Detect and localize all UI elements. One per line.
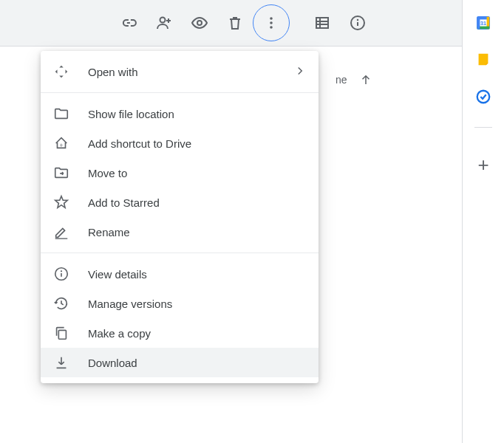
menu-view-details[interactable]: View details [41, 259, 319, 289]
partial-text: ne [336, 74, 347, 86]
menu-rename[interactable]: Rename [41, 217, 319, 247]
menu-move-to[interactable]: Move to [41, 158, 319, 188]
menu-add-shortcut[interactable]: + Add shortcut to Drive [41, 128, 319, 158]
svg-point-3 [270, 21, 273, 24]
side-panel: 31 + [462, 0, 504, 443]
copy-icon [52, 324, 70, 342]
open-with-icon [52, 63, 70, 80]
get-link-button[interactable] [111, 5, 146, 41]
menu-manage-versions[interactable]: Manage versions [41, 289, 319, 318]
history-icon [52, 295, 70, 312]
menu-open-with[interactable]: Open with [41, 57, 319, 86]
menu-add-starred[interactable]: Add to Starred [41, 188, 319, 217]
info-icon [52, 265, 70, 283]
menu-divider [41, 253, 319, 253]
svg-point-0 [160, 18, 166, 23]
menu-divider [41, 92, 319, 93]
chevron-right-icon [293, 64, 307, 80]
share-button[interactable] [146, 5, 182, 41]
menu-label: Make a copy [88, 327, 307, 340]
svg-rect-16 [58, 330, 66, 339]
content-area: ne Open with Show file location + Add sh… [0, 46, 504, 443]
svg-rect-21 [477, 17, 480, 30]
keep-app-icon[interactable] [475, 52, 491, 68]
calendar-app-icon[interactable]: 31 [475, 15, 491, 31]
star-icon [52, 193, 70, 211]
rename-icon [52, 223, 70, 241]
tasks-app-icon[interactable] [475, 89, 491, 105]
move-icon [52, 164, 70, 182]
menu-label: View details [88, 268, 307, 281]
svg-rect-5 [316, 18, 328, 28]
menu-label: Manage versions [88, 298, 307, 310]
menu-label: Add shortcut to Drive [88, 137, 307, 150]
svg-point-4 [270, 26, 273, 29]
preview-button[interactable] [182, 5, 217, 41]
svg-point-1 [197, 21, 202, 25]
svg-point-2 [270, 17, 273, 20]
menu-label: Download [88, 357, 307, 369]
menu-show-file-location[interactable]: Show file location [41, 99, 319, 128]
folder-icon [52, 105, 70, 123]
menu-label: Rename [88, 226, 307, 238]
remove-button[interactable] [217, 5, 253, 41]
add-app-button[interactable]: + [469, 150, 498, 179]
arrow-up-icon [359, 73, 372, 86]
menu-download[interactable]: Download [41, 348, 319, 377]
context-menu: Open with Show file location + Add short… [41, 51, 319, 383]
menu-label: Add to Starred [88, 196, 307, 209]
download-icon [52, 354, 70, 371]
shortcut-icon: + [52, 134, 70, 152]
menu-label: Open with [88, 66, 293, 78]
side-divider [474, 127, 492, 128]
menu-make-copy[interactable]: Make a copy [41, 318, 319, 348]
more-actions-button[interactable] [253, 4, 290, 41]
view-details-button[interactable] [340, 5, 375, 41]
svg-text:+: + [60, 142, 64, 149]
column-header-partial: ne [336, 73, 372, 86]
menu-label: Move to [88, 167, 307, 179]
svg-text:31: 31 [480, 20, 486, 27]
menu-label: Show file location [88, 108, 307, 120]
list-view-button[interactable] [304, 5, 340, 41]
toolbar [0, 0, 504, 46]
